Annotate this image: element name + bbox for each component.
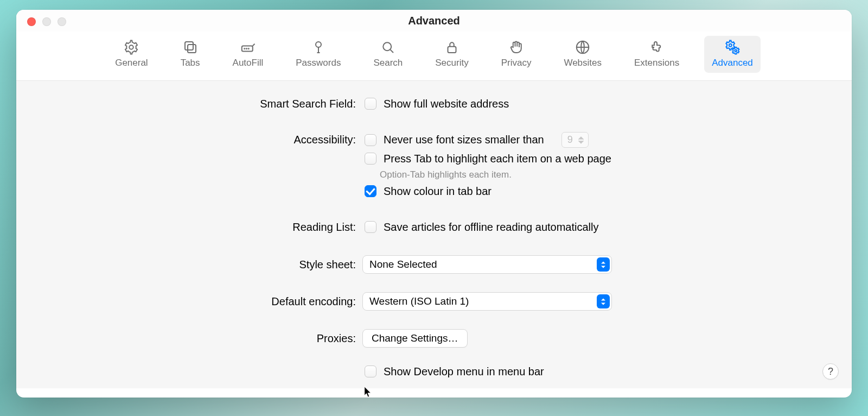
change-proxies-label: Change Settings…: [372, 332, 458, 344]
prefs-toolbar: General Tabs AutoFill Passwords Search S…: [16, 31, 852, 81]
tab-security[interactable]: Security: [427, 36, 476, 73]
preferences-window: Advanced General Tabs AutoFill Passwords…: [16, 10, 852, 398]
press-tab-checkbox[interactable]: [365, 153, 376, 165]
svg-rect-2: [188, 45, 196, 53]
option-tab-hint: Option-Tab highlights each item.: [380, 169, 512, 180]
tab-extensions[interactable]: Extensions: [627, 36, 687, 73]
stylesheet-value: None Selected: [369, 259, 437, 270]
smart-search-label: Smart Search Field:: [38, 98, 362, 110]
save-offline-checkbox[interactable]: [365, 221, 376, 233]
puzzle-icon: [649, 39, 665, 55]
default-encoding-label: Default encoding:: [38, 295, 362, 308]
min-font-value: 9: [567, 134, 573, 146]
tab-label: AutoFill: [233, 58, 264, 68]
tab-label: Search: [373, 58, 403, 68]
show-develop-checkbox[interactable]: [365, 365, 376, 377]
titlebar: Advanced: [16, 10, 852, 31]
magnifier-icon: [380, 39, 396, 55]
svg-point-11: [729, 44, 732, 47]
minimize-window-button[interactable]: [42, 17, 51, 26]
svg-rect-1: [185, 42, 193, 50]
svg-point-5: [246, 48, 247, 49]
chevron-up-down-icon: [597, 257, 610, 272]
window-controls: [27, 17, 66, 26]
zoom-window-button[interactable]: [58, 17, 66, 26]
help-button[interactable]: ?: [822, 363, 839, 380]
tab-tabs[interactable]: Tabs: [173, 36, 208, 73]
default-encoding-value: Western (ISO Latin 1): [369, 295, 469, 307]
show-colour-text: Show colour in tab bar: [384, 185, 492, 198]
tab-label: Privacy: [501, 58, 532, 68]
lock-icon: [444, 39, 460, 55]
tab-advanced[interactable]: Advanced: [704, 36, 761, 73]
svg-point-0: [130, 45, 134, 49]
tab-label: General: [115, 58, 148, 68]
default-encoding-select[interactable]: Western (ISO Latin 1): [362, 292, 612, 311]
tab-label: Extensions: [634, 58, 679, 68]
chevron-up-down-icon: [576, 135, 586, 145]
stylesheet-label: Style sheet:: [38, 259, 362, 271]
help-label: ?: [828, 366, 833, 377]
gear-icon: [123, 39, 139, 55]
change-proxies-button[interactable]: Change Settings…: [362, 329, 468, 348]
gears-icon: [724, 39, 741, 55]
save-offline-text: Save articles for offline reading automa…: [384, 221, 599, 234]
key-icon: [310, 39, 327, 55]
reading-list-label: Reading List:: [38, 221, 362, 234]
tab-label: Advanced: [712, 58, 753, 68]
advanced-pane: Smart Search Field: Show full website ad…: [16, 81, 852, 388]
chevron-up-down-icon: [597, 294, 610, 308]
window-title: Advanced: [408, 15, 460, 27]
tabs-icon: [182, 39, 199, 55]
min-font-size-select[interactable]: 9: [561, 132, 589, 148]
show-colour-checkbox[interactable]: [365, 185, 376, 197]
globe-icon: [575, 39, 591, 55]
close-window-button[interactable]: [27, 17, 36, 26]
tab-websites[interactable]: Websites: [556, 36, 609, 73]
stylesheet-select[interactable]: None Selected: [362, 255, 612, 274]
show-full-address-checkbox[interactable]: [365, 98, 376, 110]
proxies-label: Proxies:: [38, 332, 362, 345]
show-develop-text: Show Develop menu in menu bar: [384, 365, 544, 378]
min-font-text: Never use font sizes smaller than: [384, 134, 544, 146]
tab-label: Passwords: [296, 58, 341, 68]
tab-passwords[interactable]: Passwords: [288, 36, 348, 73]
accessibility-label: Accessibility:: [38, 134, 362, 146]
svg-rect-9: [448, 47, 456, 53]
press-tab-text: Press Tab to highlight each item on a we…: [384, 153, 611, 165]
tab-search[interactable]: Search: [366, 36, 410, 73]
tab-label: Security: [435, 58, 468, 68]
svg-point-6: [248, 48, 249, 49]
svg-point-12: [735, 49, 737, 52]
svg-point-8: [384, 42, 392, 51]
hand-icon: [508, 39, 525, 55]
tab-label: Tabs: [181, 58, 200, 68]
min-font-checkbox[interactable]: [365, 134, 376, 146]
tab-general[interactable]: General: [107, 36, 155, 73]
tab-autofill[interactable]: AutoFill: [225, 36, 271, 73]
tab-privacy[interactable]: Privacy: [494, 36, 539, 73]
svg-point-4: [244, 48, 245, 49]
show-full-address-text: Show full website address: [384, 98, 509, 110]
tab-label: Websites: [564, 58, 602, 68]
autofill-icon: [240, 39, 256, 55]
svg-point-7: [316, 42, 321, 47]
